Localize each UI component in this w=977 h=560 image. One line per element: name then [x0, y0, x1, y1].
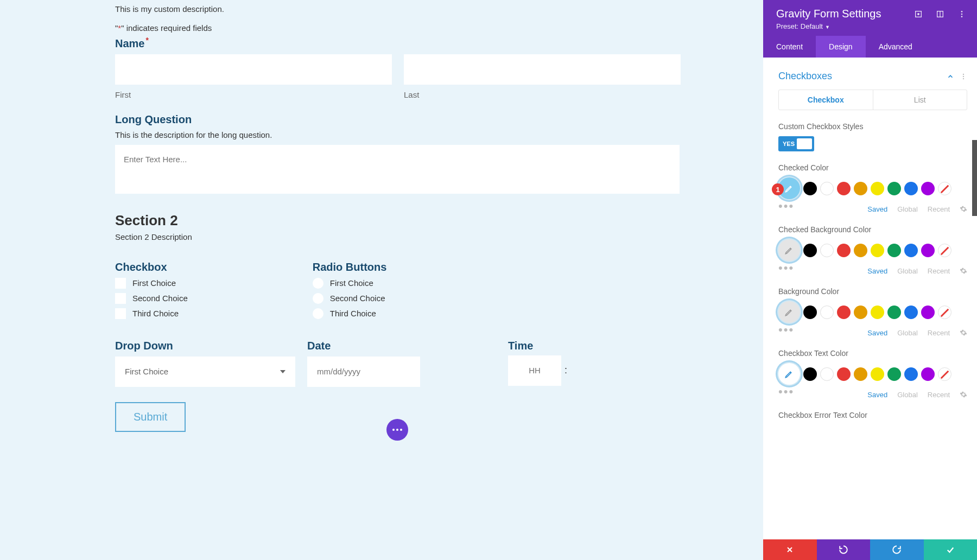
- swatch-green[interactable]: [887, 306, 901, 319]
- undo-icon: [839, 545, 848, 555]
- swatch-tab-recent[interactable]: Recent: [928, 329, 950, 337]
- swatch-black[interactable]: [803, 367, 817, 381]
- last-name-sublabel: Last: [404, 90, 681, 99]
- checkbox-option[interactable]: Second Choice: [115, 293, 188, 304]
- swatch-white[interactable]: [820, 367, 834, 381]
- tab-design[interactable]: Design: [816, 36, 866, 58]
- swatch-black[interactable]: [803, 306, 817, 319]
- expand-icon[interactable]: [914, 10, 923, 18]
- swatch-tab-global[interactable]: Global: [897, 267, 918, 275]
- swatch-white[interactable]: [820, 306, 834, 319]
- swatch-green[interactable]: [887, 367, 901, 381]
- save-button[interactable]: [924, 539, 978, 560]
- checkbox-option[interactable]: First Choice: [115, 278, 188, 289]
- svg-point-8: [963, 75, 964, 77]
- swatch-purple[interactable]: [921, 367, 935, 381]
- swatch-black[interactable]: [803, 244, 817, 257]
- swatch-red[interactable]: [837, 182, 851, 195]
- swatch-none[interactable]: [938, 306, 951, 319]
- checkboxes-section-header[interactable]: Checkboxes: [778, 71, 967, 82]
- radio-dot-icon: [313, 293, 323, 304]
- radio-dot-icon: [313, 308, 323, 319]
- cancel-button[interactable]: [763, 539, 817, 560]
- svg-point-5: [961, 13, 963, 15]
- swatch-tab-saved[interactable]: Saved: [867, 329, 887, 337]
- swatch-purple[interactable]: [921, 244, 935, 257]
- long-question-input[interactable]: [115, 145, 680, 194]
- swatch-green[interactable]: [887, 182, 901, 195]
- more-swatches[interactable]: •••: [778, 385, 794, 399]
- swatch-tab-global[interactable]: Global: [897, 329, 918, 337]
- dropdown-select[interactable]: First Choice: [115, 357, 295, 387]
- swatch-purple[interactable]: [921, 306, 935, 319]
- gear-icon[interactable]: [960, 329, 967, 336]
- tab-advanced[interactable]: Advanced: [866, 36, 925, 58]
- swatch-red[interactable]: [837, 367, 851, 381]
- swatch-blue[interactable]: [904, 306, 918, 319]
- gear-icon[interactable]: [960, 205, 967, 213]
- swatch-red[interactable]: [837, 244, 851, 257]
- swatch-tab-saved[interactable]: Saved: [867, 267, 887, 275]
- color-picker-icon[interactable]: [778, 301, 800, 323]
- swatch-white[interactable]: [820, 244, 834, 257]
- chevron-down-icon: [280, 370, 286, 373]
- dropdown-selected: First Choice: [125, 367, 168, 376]
- swatch-blue[interactable]: [904, 367, 918, 381]
- svg-point-9: [963, 78, 964, 79]
- first-name-input[interactable]: [115, 54, 392, 85]
- swatch-yellow[interactable]: [871, 182, 884, 195]
- more-swatches[interactable]: •••: [778, 261, 794, 275]
- swatch-tab-recent[interactable]: Recent: [928, 267, 950, 275]
- more-swatches[interactable]: •••: [778, 199, 794, 213]
- radio-option[interactable]: First Choice: [313, 278, 387, 289]
- swatch-orange[interactable]: [854, 244, 867, 257]
- swatch-none[interactable]: [938, 367, 951, 381]
- swatch-red[interactable]: [837, 306, 851, 319]
- radio-option[interactable]: Third Choice: [313, 308, 387, 319]
- color-picker-icon[interactable]: [778, 363, 800, 385]
- module-options-fab[interactable]: [386, 419, 408, 441]
- date-input[interactable]: [307, 357, 420, 387]
- gear-icon[interactable]: [960, 391, 967, 398]
- swatch-blue[interactable]: [904, 244, 918, 257]
- swatch-purple[interactable]: [921, 182, 935, 195]
- subtab-list[interactable]: List: [873, 90, 967, 110]
- swatch-white[interactable]: [820, 182, 834, 195]
- color-picker-icon[interactable]: [778, 239, 800, 261]
- swatch-black[interactable]: [803, 182, 817, 195]
- more-swatches[interactable]: •••: [778, 323, 794, 337]
- swatch-orange[interactable]: [854, 367, 867, 381]
- swatch-orange[interactable]: [854, 182, 867, 195]
- subtab-checkbox[interactable]: Checkbox: [779, 90, 873, 110]
- tab-content[interactable]: Content: [763, 36, 816, 58]
- swatch-yellow[interactable]: [871, 306, 884, 319]
- radio-option[interactable]: Second Choice: [313, 293, 387, 304]
- scrollbar-thumb[interactable]: [972, 140, 977, 216]
- checkbox-option[interactable]: Third Choice: [115, 308, 188, 319]
- swatch-none[interactable]: [938, 182, 951, 195]
- more-vertical-icon[interactable]: [960, 73, 967, 80]
- swatch-orange[interactable]: [854, 306, 867, 319]
- swatch-tab-saved[interactable]: Saved: [867, 391, 887, 399]
- swatch-blue[interactable]: [904, 182, 918, 195]
- redo-button[interactable]: [870, 539, 924, 560]
- swatch-tab-global[interactable]: Global: [897, 205, 918, 213]
- gear-icon[interactable]: [960, 267, 967, 275]
- more-icon[interactable]: [957, 10, 966, 18]
- columns-icon[interactable]: [936, 10, 944, 18]
- swatch-green[interactable]: [887, 244, 901, 257]
- undo-button[interactable]: [817, 539, 871, 560]
- last-name-input[interactable]: [404, 54, 681, 85]
- dropdown-label: Drop Down: [115, 340, 295, 352]
- swatch-none[interactable]: [938, 244, 951, 257]
- preset-dropdown[interactable]: Preset: Default▼: [776, 22, 966, 30]
- swatch-tab-global[interactable]: Global: [897, 391, 918, 399]
- swatch-tab-recent[interactable]: Recent: [928, 205, 950, 213]
- submit-button[interactable]: Submit: [115, 402, 186, 432]
- custom-styles-toggle[interactable]: YES: [778, 136, 814, 151]
- swatch-yellow[interactable]: [871, 244, 884, 257]
- time-hh-input[interactable]: [508, 355, 561, 386]
- swatch-tab-saved[interactable]: Saved: [867, 205, 887, 213]
- swatch-tab-recent[interactable]: Recent: [928, 391, 950, 399]
- swatch-yellow[interactable]: [871, 367, 884, 381]
